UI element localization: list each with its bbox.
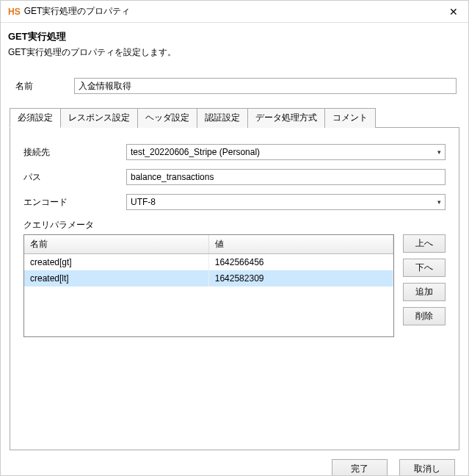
table-row[interactable]: created[lt] 1642582309 [24,270,393,286]
col-value[interactable]: 値 [208,235,393,254]
query-buttons: 上へ 下へ 追加 削除 [403,234,446,337]
window-title: GET実行処理のプロパティ [24,5,446,18]
destination-label: 接続先 [23,146,126,159]
page-title: GET実行処理 [8,30,461,43]
encoding-select[interactable]: UTF-8 [126,194,446,210]
delete-button[interactable]: 削除 [403,307,446,325]
destination-select[interactable]: test_20220606_Stripe (Personal) [126,144,446,160]
row-encoding: エンコード UTF-8 ▾ [23,194,446,210]
header: GET実行処理 GET実行処理のプロパティを設定します。 [1,23,468,72]
tab-response[interactable]: レスポンス設定 [60,108,138,128]
tab-pane-required: 接続先 test_20220606_Stripe (Personal) ▾ パス… [10,127,459,450]
page-description: GET実行処理のプロパティを設定します。 [8,46,461,59]
row-path: パス [23,169,446,185]
query-params-label: クエリパラメータ [23,219,446,231]
down-button[interactable]: 下へ [403,259,446,277]
path-input[interactable] [126,169,446,185]
path-label: パス [23,171,126,184]
cell-name: created[gt] [24,254,208,271]
tabs: 必須設定 レスポンス設定 ヘッダ設定 認証設定 データ処理方式 コメント [10,107,459,127]
name-row: 名前 [1,72,468,100]
name-input[interactable] [74,78,457,94]
tabs-container: 必須設定 レスポンス設定 ヘッダ設定 認証設定 データ処理方式 コメント 接続先… [10,107,459,450]
close-icon[interactable]: ✕ [446,6,461,18]
tab-header[interactable]: ヘッダ設定 [137,108,197,128]
query-params-table[interactable]: 名前 値 created[gt] 1642566456 created[lt] … [23,234,394,337]
row-destination: 接続先 test_20220606_Stripe (Personal) ▾ [23,144,446,160]
tab-comment[interactable]: コメント [324,108,376,128]
name-label: 名前 [15,80,74,93]
table-row[interactable]: created[gt] 1642566456 [24,254,393,271]
col-name[interactable]: 名前 [24,235,208,254]
query-params-area: 名前 値 created[gt] 1642566456 created[lt] … [23,234,446,337]
cancel-button[interactable]: 取消し [399,459,455,476]
add-button[interactable]: 追加 [403,283,446,301]
encoding-label: エンコード [23,196,126,209]
titlebar: HS GET実行処理のプロパティ ✕ [1,1,468,23]
up-button[interactable]: 上へ [403,234,446,253]
brand-logo: HS [8,7,21,17]
tab-data-method[interactable]: データ処理方式 [247,108,325,128]
ok-button[interactable]: 完了 [332,459,388,476]
cell-value: 1642582309 [208,270,393,286]
footer: 完了 取消し [1,450,468,476]
tab-required[interactable]: 必須設定 [10,108,61,128]
cell-name: created[lt] [24,270,208,286]
tab-auth[interactable]: 認証設定 [197,108,248,128]
cell-value: 1642566456 [208,254,393,271]
